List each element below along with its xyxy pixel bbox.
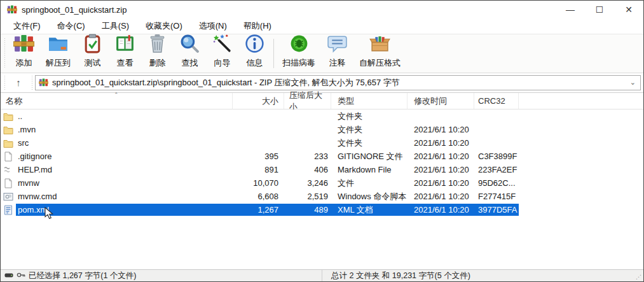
key-icon[interactable] <box>17 271 25 280</box>
address-combobox[interactable]: springboot_01_quickstart.zip\springboot_… <box>35 75 641 90</box>
file-size: 1,267 <box>233 205 284 215</box>
up-one-level-button[interactable]: ↑ <box>8 75 29 90</box>
comment-button[interactable]: 注释 <box>321 36 353 71</box>
file-modified: 2021/6/1 10:20 <box>408 178 474 188</box>
menu-file[interactable]: 文件(F) <box>6 19 48 33</box>
window-title: springboot_01_quickstart.zip <box>22 5 127 15</box>
menu-favorites[interactable]: 收藏夹(O) <box>138 19 190 33</box>
archive-path: springboot_01_quickstart.zip\springboot_… <box>52 77 628 88</box>
column-header-filler <box>519 93 643 109</box>
toolbar-separator <box>273 39 274 68</box>
xml-file-icon <box>1 205 16 215</box>
extract-to-label: 解压到 <box>46 57 71 69</box>
table-row-help-md[interactable]: HELP.md 891 406 Markdown File 2021/6/1 1… <box>1 163 643 176</box>
table-row-mvnw-cmd[interactable]: mvnw.cmd 6,608 2,519 Windows 命令脚本 2021/6… <box>1 190 643 203</box>
file-name: src <box>16 138 233 148</box>
sort-ascending-icon: ˆ <box>115 92 118 99</box>
statusbar-left: 已经选择 1,267 字节(1 个文件) <box>1 270 322 281</box>
test-button[interactable]: 测试 <box>76 36 109 71</box>
folder-icon <box>1 125 16 134</box>
delete-label: 删除 <box>149 57 166 69</box>
file-type: GITIGNORE 文件 <box>331 151 408 162</box>
scan-virus-button[interactable]: 扫描病毒 <box>277 36 321 71</box>
window-controls: — ☐ ✕ <box>556 1 643 18</box>
statusbar: 已经选择 1,267 字节(1 个文件) 总计 2 文件夹 和 19,231 字… <box>1 269 643 281</box>
selection-summary: 已经选择 1,267 字节(1 个文件) <box>29 271 136 281</box>
winrar-app-icon <box>7 4 17 15</box>
minimize-button[interactable]: — <box>556 1 585 18</box>
statusbar-right: 总计 2 文件夹 和 19,231 字节(5 个文件) ⋰ <box>322 270 643 281</box>
file-name: .gitignore <box>16 152 233 161</box>
file-modified: 2021/6/1 10:20 <box>408 125 474 134</box>
info-label: 信息 <box>247 57 263 69</box>
add-button[interactable]: 添加 <box>8 36 40 71</box>
file-size: 395 <box>233 152 284 161</box>
close-button[interactable]: ✕ <box>614 1 643 18</box>
file-modified: 2021/6/1 10:20 <box>408 138 474 148</box>
view-button[interactable]: 查看 <box>109 36 141 71</box>
winrar-books-icon <box>13 33 34 56</box>
table-row-parent-dir[interactable]: .. 文件夹 <box>1 109 643 123</box>
selected-row-highlight: pom.xml 1,267 489 XML 文档 2021/6/1 10:20 … <box>16 204 519 216</box>
sfx-button[interactable]: 自解压格式 <box>353 36 406 71</box>
file-modified: 2021/6/1 10:20 <box>408 165 474 174</box>
file-type: 文件夹 <box>331 137 408 149</box>
file-crc: F277415F <box>474 192 519 201</box>
file-packed-size: 489 <box>284 205 331 215</box>
file-crc: 223FA2EF <box>474 165 519 174</box>
find-button[interactable]: 查找 <box>174 36 206 71</box>
table-row-mvn[interactable]: .mvn 文件夹 2021/6/1 10:20 <box>1 123 643 136</box>
column-header-modified[interactable]: 修改时间 <box>408 93 474 109</box>
table-row-pom-xml[interactable]: pom.xml 1,267 489 XML 文档 2021/6/1 10:20 … <box>1 203 643 216</box>
delete-button[interactable]: 删除 <box>141 36 174 71</box>
sfx-box-icon <box>369 33 390 56</box>
file-icon <box>1 178 16 188</box>
file-name: .. <box>16 111 233 121</box>
column-header-crc32[interactable]: CRC32 <box>474 93 519 109</box>
table-row-mvnw[interactable]: mvnw 10,070 3,246 文件 2021/6/1 10:20 95D6… <box>1 176 643 190</box>
table-row-gitignore[interactable]: .gitignore 395 233 GITIGNORE 文件 2021/6/1… <box>1 150 643 163</box>
cmd-file-icon <box>1 192 16 201</box>
menu-help[interactable]: 帮助(H) <box>236 19 279 33</box>
file-crc: 3977D5FA <box>474 205 519 215</box>
folder-icon <box>1 112 16 121</box>
toolbar: 添加 解压到 测试 查看 删除 查找 向导 信息 <box>1 34 643 73</box>
totals-summary: 总计 2 文件夹 和 19,231 字节(5 个文件) <box>331 271 470 281</box>
info-button[interactable]: 信息 <box>238 36 271 71</box>
resize-grip-icon[interactable]: ⋰ <box>636 274 642 280</box>
file-type: 文件 <box>331 178 408 189</box>
file-packed-size: 406 <box>284 165 331 174</box>
wizard-button[interactable]: 向导 <box>206 36 238 71</box>
wizard-label: 向导 <box>214 57 231 69</box>
menu-commands[interactable]: 命令(C) <box>50 19 93 33</box>
sfx-label: 自解压格式 <box>359 57 401 69</box>
file-crc: C3F3899F <box>474 152 519 161</box>
menu-tools[interactable]: 工具(S) <box>94 19 137 33</box>
search-icon <box>179 33 200 56</box>
chevron-down-icon[interactable]: ⌄ <box>628 78 638 87</box>
comment-bubble-icon <box>327 33 348 56</box>
file-list: .. 文件夹 .mvn 文件夹 2021/6/1 10:20 sr <box>1 109 643 269</box>
file-packed-size: 3,246 <box>284 178 331 188</box>
test-clipboard-icon <box>82 33 103 56</box>
extract-to-button[interactable]: 解压到 <box>40 36 76 71</box>
extract-folder-icon <box>48 33 69 56</box>
file-modified: 2021/6/1 10:20 <box>408 205 474 215</box>
column-header-packed[interactable]: 压缩后大小 <box>284 93 331 109</box>
file-size: 891 <box>233 165 284 174</box>
trash-icon <box>147 33 168 56</box>
maximize-button[interactable]: ☐ <box>585 1 614 18</box>
folder-icon <box>1 139 16 148</box>
file-name: mvnw <box>16 178 233 188</box>
file-size: 10,070 <box>233 178 284 188</box>
table-row-src[interactable]: src 文件夹 2021/6/1 10:20 <box>1 136 643 150</box>
add-label: 添加 <box>16 57 32 69</box>
menu-options[interactable]: 选项(N) <box>191 19 235 33</box>
file-name: .mvn <box>16 125 233 134</box>
file-name: mvnw.cmd <box>16 192 233 201</box>
file-packed-size: 2,519 <box>284 192 331 201</box>
column-header-type[interactable]: 类型 <box>331 93 408 109</box>
list-header: ˆ 名称 大小 压缩后大小 类型 修改时间 CRC32 <box>1 93 643 109</box>
column-header-size[interactable]: 大小 <box>233 93 284 109</box>
find-label: 查找 <box>182 57 198 69</box>
